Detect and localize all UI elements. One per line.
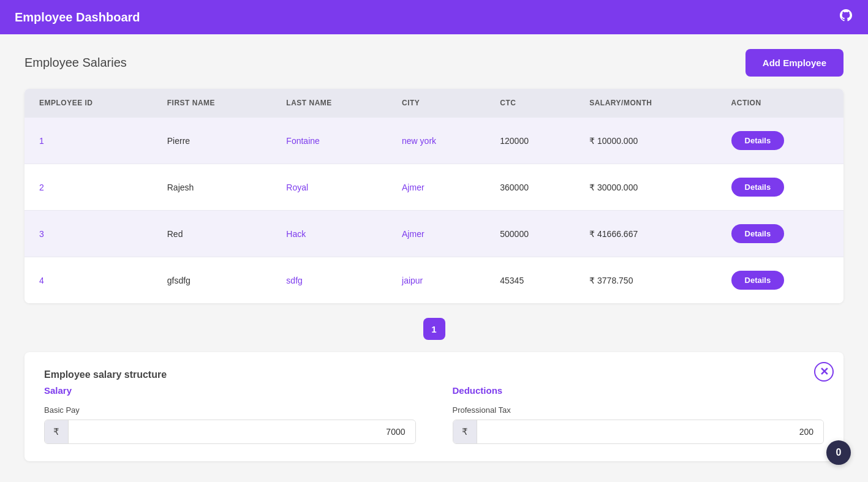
- details-button[interactable]: Details: [731, 131, 785, 150]
- add-employee-button[interactable]: Add Employee: [745, 49, 843, 77]
- employee-table-container: EMPLOYEE ID FIRST NAME LAST NAME CITY CT…: [25, 89, 843, 303]
- cell-salary-month: ₹ 30000.000: [575, 164, 716, 211]
- col-action: ACTION: [717, 89, 843, 118]
- app-title: Employee Dashboard: [15, 10, 140, 24]
- cell-ctc: 45345: [485, 257, 575, 304]
- details-button[interactable]: Details: [731, 178, 785, 197]
- cell-last-name: Hack: [271, 211, 387, 257]
- cell-city: new york: [387, 118, 485, 164]
- salary-panel-title: Employee salary structure: [44, 369, 824, 380]
- cell-salary-month: ₹ 41666.667: [575, 211, 716, 257]
- cell-first-name: Red: [153, 211, 272, 257]
- topbar: Employee Salaries Add Employee: [25, 49, 843, 77]
- page-title: Employee Salaries: [25, 56, 127, 70]
- cell-city: jaipur: [387, 257, 485, 304]
- deductions-section: Deductions Professional Tax ₹: [453, 385, 825, 444]
- table-header: EMPLOYEE ID FIRST NAME LAST NAME CITY CT…: [25, 89, 843, 118]
- cell-last-name: Fontaine: [271, 118, 387, 164]
- details-button[interactable]: Details: [731, 224, 785, 243]
- github-icon[interactable]: [839, 8, 853, 26]
- col-first-name: FIRST NAME: [153, 89, 272, 118]
- cell-id: 1: [25, 118, 153, 164]
- table-row: 3 Red Hack Ajmer 500000 ₹ 41666.667 Deta…: [25, 211, 843, 257]
- cell-id: 4: [25, 257, 153, 304]
- salary-structure-panel: ✕ Employee salary structure Salary Basic…: [25, 352, 843, 461]
- professional-tax-input[interactable]: [477, 421, 824, 443]
- table-row: 2 Rajesh Royal Ajmer 360000 ₹ 30000.000 …: [25, 164, 843, 211]
- cell-id: 2: [25, 164, 153, 211]
- cell-id: 3: [25, 211, 153, 257]
- basic-pay-label: Basic Pay: [44, 405, 416, 415]
- basic-pay-input-group: ₹: [44, 420, 416, 444]
- col-last-name: LAST NAME: [271, 89, 387, 118]
- cell-ctc: 360000: [485, 164, 575, 211]
- pagination: 1: [25, 318, 843, 340]
- col-employee-id: EMPLOYEE ID: [25, 89, 153, 118]
- notification-badge[interactable]: 0: [826, 440, 851, 465]
- salary-label: Salary: [44, 385, 416, 396]
- details-button[interactable]: Details: [731, 271, 785, 290]
- col-city: CITY: [387, 89, 485, 118]
- cell-ctc: 120000: [485, 118, 575, 164]
- basic-pay-input[interactable]: [69, 421, 415, 443]
- deductions-label: Deductions: [453, 385, 825, 396]
- table-row: 4 gfsdfg sdfg jaipur 45345 ₹ 3778.750 De…: [25, 257, 843, 304]
- cell-first-name: Pierre: [153, 118, 272, 164]
- cell-first-name: Rajesh: [153, 164, 272, 211]
- cell-action: Details: [717, 211, 843, 257]
- cell-ctc: 500000: [485, 211, 575, 257]
- cell-city: Ajmer: [387, 211, 485, 257]
- cell-last-name: sdfg: [271, 257, 387, 304]
- cell-action: Details: [717, 118, 843, 164]
- professional-tax-label: Professional Tax: [453, 405, 825, 415]
- employee-table: EMPLOYEE ID FIRST NAME LAST NAME CITY CT…: [25, 89, 843, 303]
- salary-grid: Salary Basic Pay ₹ Deductions Profession…: [44, 385, 824, 444]
- table-body: 1 Pierre Fontaine new york 120000 ₹ 1000…: [25, 118, 843, 304]
- cell-first-name: gfsdfg: [153, 257, 272, 304]
- cell-action: Details: [717, 164, 843, 211]
- main-content: Employee Salaries Add Employee EMPLOYEE …: [0, 34, 868, 476]
- cell-salary-month: ₹ 10000.000: [575, 118, 716, 164]
- salary-section: Salary Basic Pay ₹: [44, 385, 416, 444]
- basic-pay-prefix: ₹: [45, 420, 69, 443]
- col-salary-month: SALARY/MONTH: [575, 89, 716, 118]
- cell-action: Details: [717, 257, 843, 304]
- cell-salary-month: ₹ 3778.750: [575, 257, 716, 304]
- cell-city: Ajmer: [387, 164, 485, 211]
- professional-tax-prefix: ₹: [453, 420, 477, 443]
- table-row: 1 Pierre Fontaine new york 120000 ₹ 1000…: [25, 118, 843, 164]
- professional-tax-input-group: ₹: [453, 420, 825, 444]
- app-header: Employee Dashboard: [0, 0, 868, 34]
- col-ctc: CTC: [485, 89, 575, 118]
- cell-last-name: Royal: [271, 164, 387, 211]
- close-panel-button[interactable]: ✕: [814, 362, 834, 382]
- page-1-button[interactable]: 1: [423, 318, 445, 340]
